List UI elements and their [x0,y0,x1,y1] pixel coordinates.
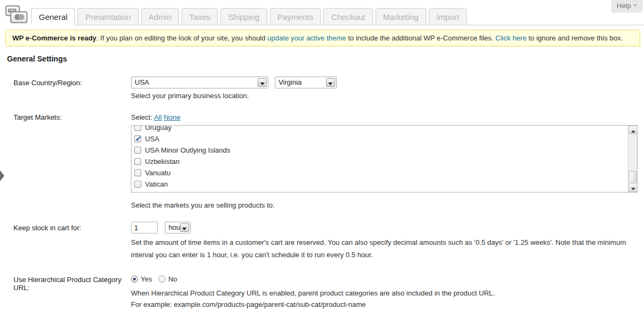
base-country-description: Select your primary business location. [131,92,644,100]
market-list-item[interactable]: Uzbekistan [134,156,637,167]
radio-label: Yes [141,275,152,283]
base-country-value: USA [131,77,268,88]
notice-text-3: to ignore and remove this box. [527,34,623,42]
market-checkbox[interactable] [134,158,141,165]
stock-label: Keep stock in cart for: [0,222,131,232]
settings-tab[interactable]: Checkout [323,8,372,25]
scrollbar-thumb[interactable] [629,171,636,182]
hierarchical-description: When Hierarchical Product Category URL i… [131,287,644,309]
select-none-link[interactable]: None [164,113,181,121]
base-country-select[interactable]: USA [131,77,268,88]
hierarchical-radio-group: Yes No [131,273,644,283]
target-markets-description: Select the markets you are selling produ… [131,201,644,209]
hierarchical-url-row: Use Hierarchical Product Category URL: Y… [0,273,644,309]
market-checkbox[interactable] [134,169,141,176]
hierarchical-description-line1: When Hierarchical Product Category URL i… [131,287,644,299]
stock-unit-select[interactable]: hour [165,222,191,234]
stock-row: Keep stock in cart for: hour Set the amo… [0,222,644,261]
market-label: Uruguay [145,125,171,132]
scroll-up-icon[interactable] [628,126,638,134]
list-scrollbar[interactable] [628,126,637,192]
market-list-item[interactable]: USA Minor Outlying Islands [134,145,637,156]
market-checkbox[interactable] [134,147,141,154]
dropdown-arrow-icon[interactable] [258,78,267,87]
radio-label: No [168,275,177,283]
settings-tab[interactable]: Import [429,8,467,25]
dropdown-arrow-icon[interactable] [326,78,335,87]
radio-button[interactable] [158,276,165,283]
hierarchical-description-line2: For example: example.com/products-page/p… [131,299,644,309]
dismiss-notice-link[interactable]: Click here [495,34,527,42]
settings-tab[interactable]: Marketing [376,8,426,25]
sidebar-collapse-arrow-icon[interactable] [0,170,4,181]
market-list-item[interactable]: Vatican [134,178,637,190]
market-label: Uzbekistan [145,157,179,166]
market-label: Vanuatu [145,169,170,177]
market-list-item[interactable]: USA [134,133,637,145]
select-links: Select: All None [131,111,644,121]
settings-tab-bar: General Presentation Admin Taxes Shippin… [31,5,644,25]
radio-option[interactable]: No [158,275,177,283]
market-label: Vatican [145,180,168,188]
target-markets-label: Target Markets: [0,111,131,121]
settings-tab[interactable]: Payments [270,8,321,25]
market-list-item[interactable]: Vanuatu [134,167,637,178]
market-checkbox[interactable] [134,135,141,142]
settings-tab[interactable]: Presentation [78,8,138,25]
stock-description: Set the amount of time items in a custom… [131,236,638,261]
settings-tab[interactable]: Shipping [220,8,267,25]
market-items: Uruguay USA USA Minor Outlying Islands [131,125,637,190]
settings-tab[interactable]: General [31,8,75,25]
credit-card-front-icon [10,11,27,23]
hierarchical-url-label: Use Hierarchical Product Category URL: [0,273,131,292]
scroll-down-icon[interactable] [628,183,638,192]
settings-header: VISA General Presentation Admin Taxes Sh… [0,0,644,25]
notice-text-2: to include the additional WP e-Commerce … [346,34,495,42]
base-country-label: Base Country/Region: [0,77,131,87]
update-theme-link[interactable]: update your active theme [267,34,346,42]
base-region-select[interactable]: Virginia [275,77,337,88]
target-markets-row: Target Markets: Select: All None Uruguay… [0,111,644,209]
select-label: Select: [131,113,153,121]
base-country-row: Base Country/Region: USA Virginia Select… [0,77,644,100]
target-markets-list[interactable]: Uruguay USA USA Minor Outlying Islands [131,125,638,193]
market-list-item[interactable]: Uruguay [134,125,637,133]
notice-banner: WP e-Commerce is ready. If you plan on e… [5,30,640,46]
market-checkbox[interactable] [134,125,141,131]
settings-tab[interactable]: Admin [141,8,179,25]
notice-text-1: . If you plan on editing the look of you… [96,34,267,42]
market-checkbox[interactable] [134,181,141,188]
stock-duration-input[interactable] [131,222,158,234]
select-all-link[interactable]: All [154,113,162,121]
radio-button[interactable] [131,276,138,283]
radio-option[interactable]: Yes [131,275,152,283]
settings-tab[interactable]: Taxes [182,8,218,25]
market-label: USA Minor Outlying Islands [145,146,230,154]
market-label: USA [145,135,160,143]
notice-bold-text: WP e-Commerce is ready [12,34,96,42]
page-title: General Settings [7,54,644,63]
dropdown-arrow-icon[interactable] [180,223,189,232]
wp-ecommerce-credit-cards-icon: VISA [5,5,28,26]
